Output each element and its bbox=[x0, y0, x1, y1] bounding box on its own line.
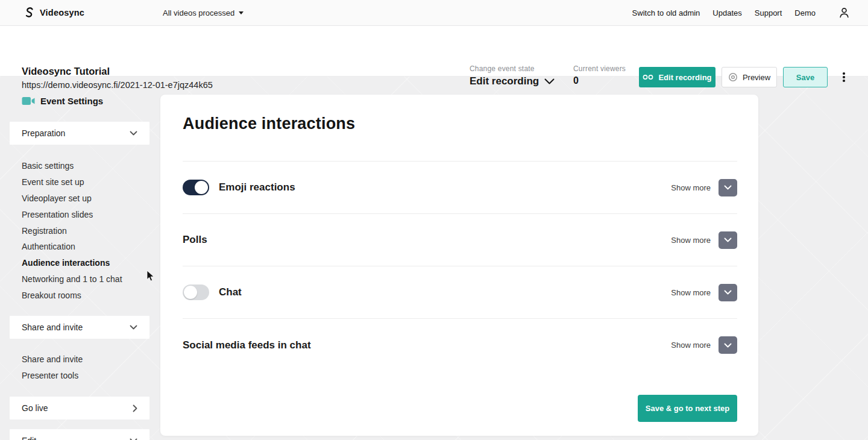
event-state-label: Change event state bbox=[470, 64, 555, 73]
updates-link[interactable]: Updates bbox=[712, 8, 741, 17]
chevron-down-icon bbox=[544, 78, 555, 85]
event-header: Videosync Tutorial https://demo.videosyn… bbox=[0, 26, 868, 77]
current-viewers-count: 0 bbox=[573, 75, 626, 86]
save-label: Save bbox=[796, 73, 814, 82]
share-invite-items: Share and invite Presenter tools bbox=[22, 351, 83, 384]
go-live-label: Go live bbox=[22, 403, 48, 413]
sidebar-item-share-and-invite[interactable]: Share and invite bbox=[22, 351, 83, 368]
expand-emoji-reactions-button[interactable] bbox=[719, 179, 737, 196]
emoji-reactions-label: Emoji reactions bbox=[219, 181, 295, 193]
sidebar-item-event-site-set-up[interactable]: Event site set up bbox=[22, 174, 122, 190]
sidebar-item-videoplayer-set-up[interactable]: Videoplayer set up bbox=[22, 190, 122, 207]
edit-label: Edit bbox=[22, 436, 36, 440]
sidebar-item-networking-1to1-chat[interactable]: Networking and 1 to 1 chat bbox=[22, 271, 122, 288]
event-settings-label: Event Settings bbox=[40, 96, 103, 106]
chevron-down-icon bbox=[130, 325, 137, 330]
show-more-link[interactable]: Show more bbox=[671, 341, 711, 350]
preview-label: Preview bbox=[743, 73, 770, 82]
sidebar-item-presentation-slides[interactable]: Presentation slides bbox=[22, 206, 122, 222]
expand-chat-button[interactable] bbox=[719, 284, 737, 301]
edit-recording-button[interactable]: Edit recording bbox=[639, 67, 715, 87]
chevron-down-icon bbox=[130, 131, 137, 136]
audience-interactions-panel: Audience interactions Emoji reactions Sh… bbox=[160, 95, 758, 436]
chevron-down-icon bbox=[724, 237, 732, 242]
videosync-logo[interactable]: Videosync bbox=[23, 6, 84, 19]
sidebar-item-authentication[interactable]: Authentication bbox=[22, 239, 122, 255]
save-area: Save & go to next step bbox=[183, 395, 737, 422]
page-title: Audience interactions bbox=[183, 115, 355, 133]
videos-processed-label: All videos processed bbox=[163, 8, 234, 17]
support-link[interactable]: Support bbox=[755, 8, 782, 17]
sidebar-section-share-invite[interactable]: Share and invite bbox=[10, 316, 149, 339]
brand-name: Videosync bbox=[40, 8, 84, 17]
save-go-next-step-button[interactable]: Save & go to next step bbox=[638, 395, 737, 422]
feature-row-polls: Polls Show more bbox=[183, 214, 737, 266]
chevron-down-icon bbox=[724, 290, 732, 295]
event-state-dropdown[interactable]: Edit recording bbox=[470, 75, 555, 87]
feature-row-emoji-reactions: Emoji reactions Show more bbox=[183, 162, 737, 214]
social-media-feeds-label: Social media feeds in chat bbox=[183, 339, 311, 351]
event-url[interactable]: https://demo.videosync.fi/2021-12-01-e7j… bbox=[22, 80, 213, 90]
topbar-links: Switch to old admin Updates Support Demo bbox=[620, 7, 855, 19]
chevron-right-icon bbox=[133, 404, 137, 412]
chat-toggle[interactable] bbox=[183, 284, 209, 300]
show-more-link[interactable]: Show more bbox=[671, 183, 711, 192]
preview-button[interactable]: Preview bbox=[722, 67, 777, 87]
videosync-s-icon bbox=[23, 6, 35, 19]
chevron-down-icon bbox=[724, 185, 732, 190]
show-more-link[interactable]: Show more bbox=[671, 236, 711, 245]
sidebar-section-go-live[interactable]: Go live bbox=[10, 397, 149, 420]
sidebar-item-basic-settings[interactable]: Basic settings bbox=[22, 158, 122, 174]
chevron-down-icon bbox=[724, 343, 732, 348]
event-state-value: Edit recording bbox=[470, 75, 539, 87]
expand-social-media-button[interactable] bbox=[719, 336, 737, 354]
video-camera-icon bbox=[22, 96, 35, 105]
switch-old-admin-link[interactable]: Switch to old admin bbox=[632, 8, 700, 17]
sidebar-item-registration[interactable]: Registration bbox=[22, 222, 122, 239]
chat-label: Chat bbox=[219, 286, 242, 298]
event-settings-title: Event Settings bbox=[22, 96, 103, 106]
show-more-link[interactable]: Show more bbox=[671, 288, 711, 297]
caret-down-icon bbox=[239, 11, 244, 14]
save-button[interactable]: Save bbox=[783, 67, 828, 87]
videos-processed-dropdown[interactable]: All videos processed bbox=[163, 8, 244, 17]
panel-title-wrap: Audience interactions bbox=[183, 95, 737, 162]
preview-eye-icon bbox=[728, 72, 738, 82]
current-viewers-label: Current viewers bbox=[573, 64, 626, 73]
sidebar-item-breakout-rooms[interactable]: Breakout rooms bbox=[22, 287, 122, 303]
user-account-icon[interactable] bbox=[838, 7, 850, 19]
emoji-reactions-toggle[interactable] bbox=[183, 180, 209, 195]
feature-row-social-media-feeds: Social media feeds in chat Show more bbox=[183, 319, 737, 371]
preparation-label: Preparation bbox=[22, 128, 65, 138]
preparation-items: Basic settings Event site set up Videopl… bbox=[22, 158, 122, 303]
recording-reels-icon bbox=[643, 74, 653, 80]
demo-link[interactable]: Demo bbox=[794, 8, 816, 17]
share-invite-label: Share and invite bbox=[22, 322, 83, 332]
polls-label: Polls bbox=[183, 234, 207, 246]
sidebar-section-preparation[interactable]: Preparation bbox=[10, 122, 149, 145]
sidebar-item-presenter-tools[interactable]: Presenter tools bbox=[22, 368, 83, 384]
event-state-block: Change event state Edit recording bbox=[470, 64, 555, 87]
top-bar: Videosync All videos processed Switch to… bbox=[0, 0, 868, 26]
sidebar-section-edit[interactable]: Edit bbox=[10, 429, 149, 440]
feature-row-chat: Chat Show more bbox=[183, 266, 737, 319]
current-viewers-block: Current viewers 0 bbox=[573, 64, 626, 86]
sidebar-item-audience-interactions[interactable]: Audience interactions bbox=[22, 255, 122, 271]
event-title: Videosync Tutorial bbox=[22, 66, 110, 77]
edit-recording-label: Edit recording bbox=[658, 73, 711, 82]
more-options-kebab-icon[interactable] bbox=[838, 69, 849, 85]
expand-polls-button[interactable] bbox=[719, 231, 737, 249]
